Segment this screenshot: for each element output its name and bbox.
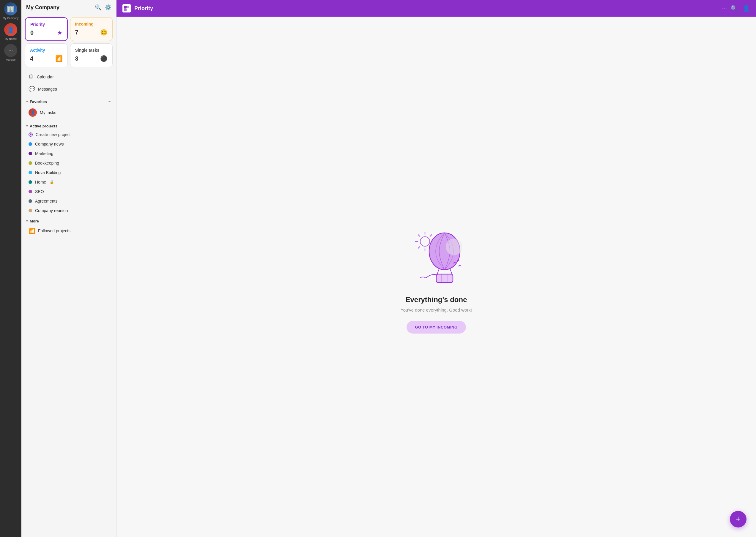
done-subtitle: You've done everything. Good work! <box>401 308 472 312</box>
favorites-chevron-icon: ▾ <box>26 100 28 103</box>
company-icon-item[interactable]: 🏢 My Company <box>3 2 19 20</box>
svg-rect-15 <box>436 274 453 282</box>
balloon-illustration <box>404 220 469 287</box>
followed-projects-label: Followed projects <box>38 228 70 233</box>
project-dot-nova-building <box>28 171 32 174</box>
svg-line-10 <box>430 235 432 236</box>
main-content: Priority ··· 🔍 👤 <box>116 0 756 537</box>
manage-icon-item[interactable]: ··· Manage <box>4 44 17 61</box>
user-label: My Nozbe <box>5 37 17 40</box>
project-label-home: Home <box>35 180 46 185</box>
more-chevron-icon: ▾ <box>26 219 28 223</box>
fab-add-button[interactable]: + <box>730 511 746 527</box>
project-label-bookkeeping: Bookkeeping <box>35 161 59 165</box>
project-label-company-news: Company news <box>35 142 64 146</box>
project-home[interactable]: Home 🔒 <box>24 177 114 187</box>
add-project-plus-icon: + <box>28 133 33 137</box>
create-new-project[interactable]: + Create new project <box>24 130 114 139</box>
sidebar-calendar[interactable]: 🗓 Calendar <box>24 71 114 83</box>
card-activity-icon: 📶 <box>55 55 63 62</box>
my-tasks-label: My tasks <box>40 110 56 115</box>
active-projects-section-header: ▾ Active projects ··· <box>22 121 116 130</box>
project-label-nova-building: Nova Building <box>35 170 61 175</box>
card-priority[interactable]: Priority 0 ★ <box>25 17 68 41</box>
more-label: More <box>30 219 39 223</box>
create-project-label: Create new project <box>36 132 71 137</box>
manage-label: Manage <box>6 58 16 61</box>
card-single-tasks-icon: ⚫ <box>100 55 108 62</box>
done-title: Everything's done <box>405 296 467 304</box>
favorites-more-button[interactable]: ··· <box>108 99 111 104</box>
search-button[interactable]: 🔍 <box>95 4 101 11</box>
top-bar-profile-icon[interactable]: 👤 <box>743 5 750 12</box>
project-label-marketing: Marketing <box>35 151 53 156</box>
settings-button[interactable]: ⚙️ <box>105 4 111 11</box>
lock-icon: 🔒 <box>50 180 54 184</box>
user-icon-item[interactable]: 👤 My Nozbe <box>4 23 17 40</box>
card-single-tasks-title: Single tasks <box>75 48 100 53</box>
project-agreements[interactable]: Agreements <box>24 196 114 206</box>
top-bar: Priority ··· 🔍 👤 <box>116 0 756 17</box>
favorites-label: Favorites <box>30 100 47 104</box>
project-dot-company-reunion <box>28 209 32 212</box>
top-bar-dots[interactable]: ··· <box>722 5 727 12</box>
favorites-section-header: ▾ Favorites ··· <box>22 97 116 105</box>
card-priority-icon: ★ <box>57 29 63 36</box>
project-company-reunion[interactable]: Company reunion <box>24 206 114 215</box>
project-dot-agreements <box>28 199 32 203</box>
top-bar-title: Priority <box>134 5 718 12</box>
svg-rect-2 <box>124 8 127 11</box>
messages-icon: 💬 <box>28 86 35 92</box>
project-bookkeeping[interactable]: Bookkeeping <box>24 158 114 168</box>
project-dot-home <box>28 180 32 184</box>
svg-rect-0 <box>124 6 127 8</box>
calendar-label: Calendar <box>37 74 54 79</box>
active-projects-label: Active projects <box>30 124 57 128</box>
project-nova-building[interactable]: Nova Building <box>24 168 114 177</box>
messages-label: Messages <box>38 87 57 92</box>
go-to-my-incoming-button[interactable]: GO TO MY INCOMING <box>407 321 466 334</box>
calendar-icon: 🗓 <box>28 74 34 80</box>
project-dot-seo <box>28 190 32 193</box>
manage-icon: ··· <box>4 44 17 57</box>
svg-point-18 <box>446 238 463 255</box>
cards-grid: Priority 0 ★ Incoming 7 😊 Activity <box>22 15 116 71</box>
project-company-news[interactable]: Company news <box>24 139 114 149</box>
card-activity-title: Activity <box>30 48 45 53</box>
sidebar-company-title: My Company <box>26 4 60 11</box>
card-activity[interactable]: Activity 4 📶 <box>25 43 68 67</box>
card-incoming[interactable]: Incoming 7 😊 <box>70 17 113 41</box>
icon-rail: 🏢 My Company 👤 My Nozbe ··· Manage <box>0 0 22 537</box>
project-seo[interactable]: SEO <box>24 187 114 196</box>
active-projects-chevron-icon: ▾ <box>26 124 28 128</box>
sidebar: My Company 🔍 ⚙️ Priority 0 ★ Incoming <box>22 0 116 537</box>
followed-projects-icon: 📶 <box>28 227 35 234</box>
card-incoming-count: 7 <box>75 29 78 36</box>
sidebar-my-tasks[interactable]: 👤 My tasks <box>24 105 114 120</box>
card-priority-title: Priority <box>30 22 45 27</box>
company-label: My Company <box>3 17 19 20</box>
svg-rect-1 <box>127 6 129 8</box>
project-label-company-reunion: Company reunion <box>35 208 68 213</box>
sidebar-header-icons: 🔍 ⚙️ <box>95 4 111 11</box>
sidebar-header: My Company 🔍 ⚙️ <box>22 0 116 15</box>
more-collapse[interactable]: ▾ More <box>26 219 39 223</box>
top-bar-search-icon[interactable]: 🔍 <box>731 5 738 12</box>
svg-line-8 <box>418 235 420 236</box>
central-area: Everything's done You've done everything… <box>116 17 756 537</box>
active-projects-more-button[interactable]: ··· <box>108 123 111 129</box>
project-marketing[interactable]: Marketing <box>24 149 114 158</box>
active-projects-collapse[interactable]: ▾ Active projects <box>26 124 57 128</box>
more-section-header: ▾ More <box>22 217 116 225</box>
favorites-collapse[interactable]: ▾ Favorites <box>26 100 47 104</box>
top-bar-logo <box>122 4 131 13</box>
project-dot-bookkeeping <box>28 161 32 165</box>
sidebar-messages[interactable]: 💬 Messages <box>24 83 114 95</box>
card-incoming-icon: 😊 <box>100 29 108 36</box>
my-tasks-avatar: 👤 <box>28 108 37 117</box>
card-single-tasks-count: 3 <box>75 55 78 62</box>
user-avatar: 👤 <box>4 23 17 36</box>
sidebar-followed-projects[interactable]: 📶 Followed projects <box>24 225 114 237</box>
sidebar-scroll: Priority 0 ★ Incoming 7 😊 Activity <box>22 15 116 537</box>
card-single-tasks[interactable]: Single tasks 3 ⚫ <box>70 43 113 67</box>
